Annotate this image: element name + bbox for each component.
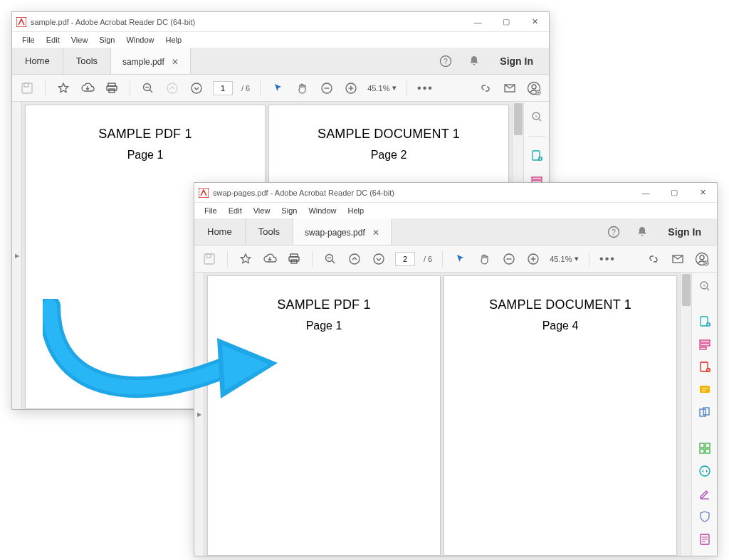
svg-rect-39 — [289, 257, 299, 261]
bell-icon[interactable] — [634, 223, 651, 241]
svg-rect-63 — [700, 344, 710, 346]
menu-edit[interactable]: Edit — [224, 205, 246, 216]
fill-sign-icon[interactable] — [697, 487, 713, 500]
zoom-out-find-icon[interactable] — [322, 251, 338, 267]
page-number-input[interactable] — [395, 252, 415, 266]
tab-tools[interactable]: Tools — [246, 218, 293, 245]
help-icon[interactable]: ? — [605, 223, 622, 241]
more-icon[interactable]: ••• — [599, 251, 615, 267]
redact-icon[interactable] — [697, 533, 713, 546]
tab-tools[interactable]: Tools — [63, 48, 111, 74]
svg-line-25 — [539, 119, 541, 121]
share-link-icon[interactable] — [478, 80, 493, 96]
zoom-level-dropdown[interactable]: 45.1%▾ — [367, 83, 397, 93]
export-pdf-icon[interactable] — [697, 315, 713, 328]
sign-in-button[interactable]: Sign In — [662, 226, 707, 238]
zoom-level-dropdown[interactable]: 45.1%▾ — [550, 254, 579, 263]
maximize-button[interactable]: ▢ — [660, 183, 688, 203]
select-tool-icon[interactable] — [453, 251, 468, 267]
compress-pdf-icon[interactable] — [697, 465, 713, 477]
page-total-label: / 6 — [241, 84, 250, 93]
menu-help[interactable]: Help — [344, 205, 369, 216]
export-pdf-icon[interactable] — [529, 148, 545, 164]
edit-pdf-icon[interactable] — [697, 338, 713, 351]
tabstrip: Home Tools sample.pdf ✕ ? Sign In — [12, 48, 549, 75]
close-button[interactable]: ✕ — [520, 12, 549, 32]
svg-text:?: ? — [612, 228, 617, 236]
menu-edit[interactable]: Edit — [42, 34, 64, 46]
cloud-icon[interactable] — [80, 80, 95, 96]
create-pdf-icon[interactable] — [697, 361, 713, 374]
svg-rect-4 — [24, 83, 28, 87]
share-link-icon[interactable] — [646, 251, 661, 267]
page-2-subheading: Page 4 — [456, 319, 665, 332]
mail-icon[interactable] — [502, 80, 518, 96]
star-icon[interactable] — [56, 80, 71, 96]
menu-help[interactable]: Help — [162, 34, 187, 46]
zoom-in-icon[interactable] — [525, 251, 541, 267]
menu-view[interactable]: View — [67, 34, 93, 46]
close-button[interactable]: ✕ — [688, 183, 717, 203]
maximize-button[interactable]: ▢ — [492, 12, 520, 32]
account-icon[interactable] — [694, 251, 710, 267]
tab-home[interactable]: Home — [12, 48, 63, 74]
more-icon[interactable]: ••• — [417, 80, 433, 96]
svg-point-45 — [374, 254, 384, 264]
comment-icon[interactable] — [697, 384, 713, 396]
toolbar: / 6 45.1%▾ ••• — [194, 245, 717, 273]
print-icon[interactable] — [286, 251, 302, 267]
mail-icon[interactable] — [670, 251, 686, 267]
tab-document[interactable]: swap-pages.pdf ✕ — [293, 218, 392, 245]
tab-document[interactable]: sample.pdf ✕ — [111, 48, 191, 74]
menu-view[interactable]: View — [249, 205, 275, 216]
menu-file[interactable]: File — [18, 34, 39, 46]
menu-file[interactable]: File — [200, 205, 221, 216]
save-icon[interactable] — [201, 251, 217, 267]
tab-close-icon[interactable]: ✕ — [372, 228, 379, 238]
menu-window[interactable]: Window — [122, 34, 158, 46]
zoom-out-find-icon[interactable] — [140, 80, 156, 96]
save-icon[interactable] — [19, 80, 35, 96]
search-icon[interactable]: + — [697, 280, 713, 292]
hand-tool-icon[interactable] — [295, 80, 310, 96]
zoom-out-icon[interactable] — [501, 251, 517, 267]
left-panel-expander[interactable]: ▶ — [12, 102, 22, 409]
vertical-scrollbar[interactable] — [680, 273, 691, 556]
menubar: File Edit View Sign Window Help — [194, 203, 717, 218]
page-down-icon[interactable] — [189, 80, 204, 96]
page-1-heading: SAMPLE PDF 1 — [37, 127, 253, 142]
cloud-icon[interactable] — [262, 251, 278, 267]
minimize-button[interactable]: — — [463, 12, 492, 32]
combine-files-icon[interactable] — [697, 406, 713, 419]
tab-close-icon[interactable]: ✕ — [172, 57, 179, 67]
organize-pages-icon[interactable] — [697, 442, 713, 455]
page-2: SAMPLE DOCUMENT 1 Page 4 — [444, 275, 677, 556]
svg-line-9 — [150, 90, 152, 93]
toolbar: / 6 45.1%▾ ••• — [12, 75, 549, 102]
search-icon[interactable]: + — [529, 109, 545, 125]
minimize-button[interactable]: — — [631, 183, 660, 203]
print-icon[interactable] — [104, 80, 120, 96]
protect-icon[interactable] — [697, 510, 713, 523]
menu-sign[interactable]: Sign — [277, 205, 301, 216]
page-view[interactable]: SAMPLE PDF 1 Page 1 SAMPLE DOCUMENT 1 Pa… — [204, 273, 680, 556]
menu-window[interactable]: Window — [304, 205, 340, 216]
page-number-input[interactable] — [213, 81, 233, 95]
zoom-out-icon[interactable] — [319, 80, 335, 96]
help-icon[interactable]: ? — [437, 53, 454, 70]
svg-rect-62 — [700, 340, 710, 342]
tab-home[interactable]: Home — [194, 218, 246, 245]
page-up-icon[interactable] — [164, 80, 180, 96]
star-icon[interactable] — [238, 251, 253, 267]
account-icon[interactable] — [526, 80, 542, 96]
select-tool-icon[interactable] — [271, 80, 286, 96]
zoom-in-icon[interactable] — [343, 80, 359, 96]
bell-icon[interactable] — [466, 53, 483, 70]
sign-in-button[interactable]: Sign In — [494, 56, 539, 67]
left-panel-expander[interactable]: ▶ — [194, 273, 204, 556]
hand-tool-icon[interactable] — [477, 251, 493, 267]
tab-document-label: swap-pages.pdf — [305, 228, 365, 238]
page-down-icon[interactable] — [371, 251, 387, 267]
page-up-icon[interactable] — [347, 251, 362, 267]
menu-sign[interactable]: Sign — [95, 34, 119, 46]
